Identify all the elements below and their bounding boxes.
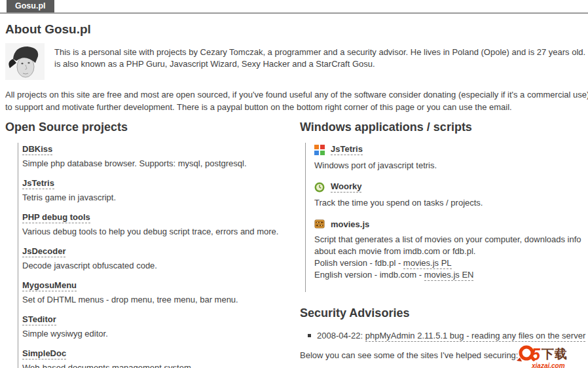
about-intro-line-1: This is a personal site with projects by… <box>54 46 588 58</box>
project-link-mygosumenu[interactable]: MygosuMenu <box>22 280 77 291</box>
app-description-line: Script that generates a list of movies o… <box>314 234 588 246</box>
clock-icon <box>314 182 325 193</box>
project-item-mygosumenu: MygosuMenu Set of DHTML menus - drop men… <box>22 280 295 305</box>
about-intro-line-2: is also known as a PHP Guru, Javascript … <box>54 58 588 70</box>
donate-line-2: to support and motivate further developm… <box>5 101 588 114</box>
movies-js-pl-link[interactable]: movies.js PL <box>403 258 452 269</box>
app-description-line: about each movie from imdb.com or fdb.pl… <box>314 246 588 257</box>
about-section: This is a personal site with projects by… <box>5 43 588 80</box>
project-description: Various debug tools to help you debug sc… <box>22 227 295 237</box>
project-list: DBKiss Simple php database browser. Supp… <box>18 143 295 368</box>
app-title-movies-js: movies.js <box>331 219 369 229</box>
donate-paragraph: All projects on this site are free and m… <box>5 89 588 113</box>
project-item-jsdecoder: JsDecoder Decode javascript obfuscated c… <box>22 246 295 271</box>
version-prefix: Polish version - fdb.pl - <box>314 258 403 268</box>
project-link-steditor[interactable]: STeditor <box>22 314 56 325</box>
app-item-movies-js: movies.js Script that generates a list o… <box>314 219 588 281</box>
windows-apps-list: JsTetris Windows port of javascript tetr… <box>305 143 588 292</box>
watermark-five: 5 <box>531 346 540 363</box>
project-link-simpledoc[interactable]: SimpleDoc <box>22 348 66 359</box>
donate-line-1: All projects on this site are free and m… <box>5 89 588 101</box>
app-item-woorky: Woorky Track the time you spend on tasks… <box>314 181 588 209</box>
movies-version-english: English version - imdb.com - movies.js E… <box>314 269 588 281</box>
avatar <box>5 43 45 80</box>
project-description: Tetris game in javascript. <box>22 193 295 203</box>
app-description: Windows port of javascript tetris. <box>314 160 588 172</box>
app-description: Track the time you spend on tasks / proj… <box>314 197 588 209</box>
project-item-dbkiss: DBKiss Simple php database browser. Supp… <box>22 144 295 169</box>
open-source-section: Open Source projects DBKiss Simple php d… <box>5 120 295 368</box>
watermark-brand-text: 下载 <box>542 346 568 363</box>
bullet-square-icon <box>308 334 311 337</box>
app-item-jstetris: JsTetris Windows port of javascript tetr… <box>314 144 588 172</box>
version-prefix: English version - imdb.com - <box>314 270 424 280</box>
advisory-link[interactable]: phpMyAdmin 2.11.5.1 bug - reading any fi… <box>365 331 586 342</box>
movies-version-polish: Polish version - fdb.pl - movies.js PL <box>314 257 588 269</box>
movies-js-en-link[interactable]: movies.js EN <box>424 270 474 281</box>
security-advisories-title: Security Advisories <box>300 306 588 320</box>
project-link-dbkiss[interactable]: DBKiss <box>22 144 52 155</box>
project-item-steditor: STeditor Simple wysiwyg editor. <box>22 314 295 339</box>
open-source-title: Open Source projects <box>5 120 295 134</box>
xiazai-watermark: 5 下载 xiazai.com <box>516 344 584 368</box>
watermark-domain: xiazai.com <box>532 362 584 368</box>
project-description: Decode javascript obfuscated code. <box>22 261 295 271</box>
app-link-jstetris[interactable]: JsTetris <box>331 144 363 155</box>
page-title: About Gosu.pl <box>5 22 588 37</box>
project-description: Web-based documents management system. <box>22 363 295 368</box>
app-link-woorky[interactable]: Woorky <box>331 181 361 193</box>
windows-apps-section: Windows applications / scripts JsTetris … <box>300 120 588 368</box>
nav-tab-gosu[interactable]: Gosu.pl <box>7 0 54 12</box>
windows-apps-title: Windows applications / scripts <box>300 120 588 134</box>
advisory-date: 2008-04-22: <box>317 331 365 340</box>
project-link-php-debug-tools[interactable]: PHP debug tools <box>22 212 90 223</box>
film-icon <box>314 219 325 229</box>
project-description: Set of DHTML menus - drop menu, tree men… <box>22 295 295 305</box>
project-item-jstetris: JsTetris Tetris game in javascript. <box>22 178 295 203</box>
project-description: Simple wysiwyg editor. <box>22 329 295 339</box>
advisory-item: 2008-04-22: phpMyAdmin 2.11.5.1 bug - re… <box>308 331 588 340</box>
top-nav: Gosu.pl <box>0 0 588 14</box>
project-item-simpledoc: SimpleDoc Web-based documents management… <box>22 348 295 368</box>
project-description: Simple php database browser. Supports: m… <box>22 158 295 169</box>
project-item-php-debug-tools: PHP debug tools Various debug tools to h… <box>22 212 295 237</box>
project-link-jstetris[interactable]: JsTetris <box>22 178 54 189</box>
windows-squares-icon <box>314 145 325 155</box>
project-link-jsdecoder[interactable]: JsDecoder <box>22 246 65 257</box>
